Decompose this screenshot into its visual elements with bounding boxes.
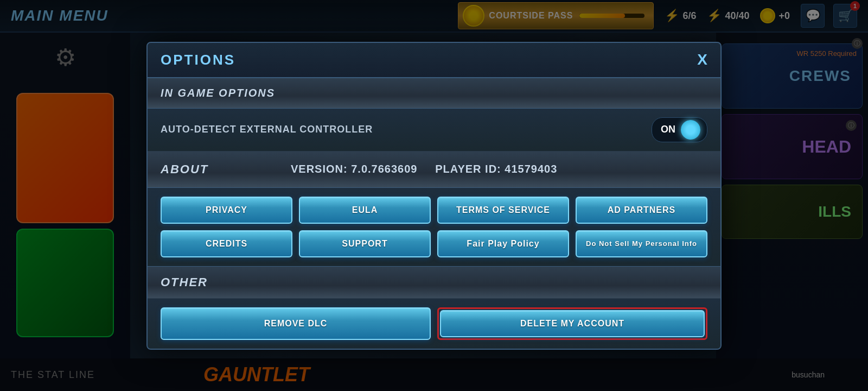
remove-dlc-button[interactable]: REMOVE DLC xyxy=(161,307,431,340)
auto-detect-row: AUTO-DETECT EXTERNAL CONTROLLER ON xyxy=(148,109,720,152)
other-section: OTHER xyxy=(148,266,720,298)
modal-title: OPTIONS xyxy=(161,52,235,68)
in-game-section-header: IN GAME OPTIONS xyxy=(148,78,720,109)
eula-button[interactable]: EULA xyxy=(299,197,431,224)
toggle-on-text: ON xyxy=(661,124,675,135)
toggle-switch[interactable]: ON xyxy=(652,117,707,142)
version-text: VERSION: 7.0.7663609 PLAYER ID: 41579403 xyxy=(291,163,557,175)
terms-button[interactable]: TERMS OF SERVICE xyxy=(437,197,569,224)
bottom-buttons: REMOVE DLC DELETE MY ACCOUNT xyxy=(148,298,720,349)
other-label: OTHER xyxy=(161,275,208,289)
options-modal: OPTIONS X IN GAME OPTIONS AUTO-DETECT EX… xyxy=(146,42,722,350)
delete-account-button[interactable]: DELETE MY ACCOUNT xyxy=(440,310,705,337)
delete-account-wrapper: DELETE MY ACCOUNT xyxy=(437,307,707,340)
about-row: ABOUT VERSION: 7.0.7663609 PLAYER ID: 41… xyxy=(148,152,720,188)
ad-partners-button[interactable]: AD PARTNERS xyxy=(576,197,707,224)
about-label: ABOUT xyxy=(161,162,269,176)
fair-play-button[interactable]: Fair Play Policy xyxy=(437,230,569,257)
support-button[interactable]: SUPPORT xyxy=(299,230,431,257)
in-game-label: IN GAME OPTIONS xyxy=(161,87,275,99)
modal-overlay: OPTIONS X IN GAME OPTIONS AUTO-DETECT EX… xyxy=(0,0,868,391)
credits-button[interactable]: CREDITS xyxy=(161,230,292,257)
close-button[interactable]: X xyxy=(697,52,707,67)
do-not-sell-button[interactable]: Do Not Sell My Personal Info xyxy=(576,230,707,257)
buttons-grid: PRIVACY EULA TERMS OF SERVICE AD PARTNER… xyxy=(148,188,720,266)
modal-header: OPTIONS X xyxy=(148,43,720,78)
toggle-circle xyxy=(681,120,700,140)
privacy-button[interactable]: PRIVACY xyxy=(161,197,292,224)
auto-detect-label: AUTO-DETECT EXTERNAL CONTROLLER xyxy=(161,124,373,135)
